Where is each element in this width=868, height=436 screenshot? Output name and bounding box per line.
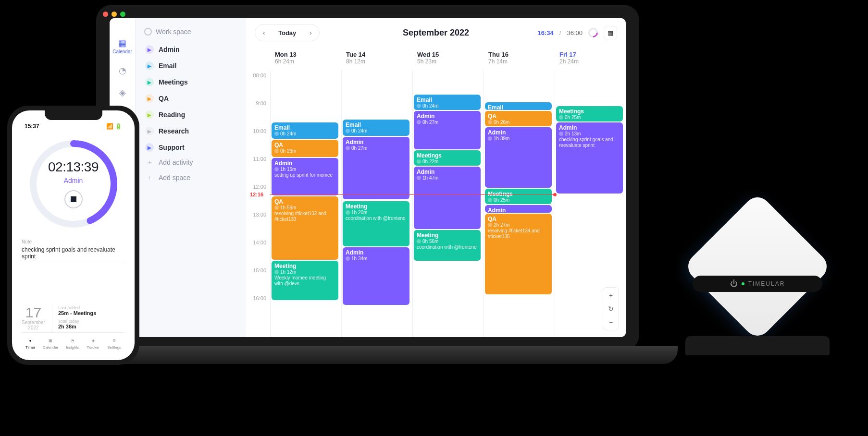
phone-notch [45, 110, 102, 120]
calendar-event[interactable]: QA2h 27mresolving #ticket134 and #ticket… [485, 214, 552, 294]
activity-label: Meetings [159, 78, 188, 86]
calendar-event[interactable]: Admin0h 27m [343, 137, 409, 199]
calendar-event[interactable]: Meeting0h 56mcoordination with @frontend [414, 230, 481, 261]
calendar-event[interactable]: Meetings0h 25m [556, 106, 623, 121]
timer-value: 02:13:39 [48, 159, 99, 175]
activity-reading[interactable]: Reading [141, 108, 240, 122]
tracker-icon: ◈ [89, 337, 97, 344]
calendar-event[interactable]: Email [485, 102, 552, 110]
now-indicator: 12:16 [270, 194, 555, 195]
calendar-event[interactable]: Admin [485, 205, 552, 213]
date-year: 2022 [22, 325, 45, 330]
calendar-event[interactable]: Meetings0h 25m [485, 189, 552, 204]
tab-tracker[interactable]: ◈Tracker [87, 337, 100, 350]
day-header[interactable]: Wed 155h 23m [412, 47, 484, 71]
tab-insights[interactable]: ◔Insights [66, 337, 79, 350]
settings-icon: ⚙ [111, 337, 118, 344]
zoom-reset-button[interactable]: ↻ [605, 303, 617, 315]
rail-insights[interactable]: ◔ [117, 65, 128, 76]
activity-email[interactable]: Email [141, 59, 240, 73]
activity-support[interactable]: Support [141, 140, 240, 155]
calendar-event[interactable]: Email0h 24m [272, 122, 338, 139]
zoom-controls: + ↻ − [603, 287, 619, 330]
rail-tracker[interactable]: ◈ [117, 87, 128, 98]
phone-status-bar: 15:37 📶 🔋 [20, 123, 127, 133]
tab-timer[interactable]: ●Timer [25, 337, 35, 350]
activity-label: QA [159, 95, 169, 102]
zoom-out-button[interactable]: − [605, 316, 617, 328]
today-button[interactable]: Today [273, 24, 302, 41]
stop-button[interactable] [64, 190, 83, 208]
day-header[interactable]: Fri 172h 24m [555, 47, 626, 71]
day-column[interactable]: Email0h 24mAdmin0h 27mMeetings0h 22mAdmi… [412, 71, 484, 337]
calendar-header: ‹ Today › September 2022 16:34 / 36:00 ▦ [246, 18, 626, 47]
note-input[interactable]: checking sprint goals and reevaluate spr… [22, 244, 125, 262]
prev-week-button[interactable]: ‹ [255, 24, 273, 41]
tab-calendar[interactable]: ▦Calendar [43, 337, 58, 350]
day-header[interactable]: Tue 148h 12m [341, 47, 412, 71]
time-label: 12:00 [253, 184, 266, 190]
clock-total: 36:00 [567, 29, 583, 36]
activity-meetings[interactable]: Meetings [141, 75, 240, 89]
calendar-event[interactable]: QA0h 26m [485, 111, 552, 126]
calendar-event[interactable]: QA0h 26m [272, 140, 338, 157]
calendar-event[interactable]: Email0h 24m [414, 95, 481, 110]
day-column[interactable]: Email0h 24mQA0h 26mAdmin1h 15msetting up… [270, 71, 341, 337]
time-label: 16:00 [253, 295, 266, 301]
add-space-button[interactable]: Add space [141, 170, 240, 185]
calendar-event[interactable]: Admin1h 15msetting up sprint for momee [272, 158, 338, 195]
rail-calendar[interactable]: ▦ Calendar [112, 37, 132, 54]
calendar-icon: ▦ [47, 337, 54, 344]
date-nav: ‹ Today › [255, 24, 320, 41]
phone-status-time: 15:37 [25, 123, 39, 130]
activity-label: Reading [159, 111, 185, 119]
activity-admin[interactable]: Admin [141, 42, 240, 57]
timer-activity: Admin [64, 177, 83, 184]
time-label: 15:00 [253, 267, 266, 273]
calendar-event[interactable]: Admin1h 34m [343, 247, 409, 305]
calendar-picker-button[interactable]: ▦ [604, 26, 617, 39]
calendar-body: 08:009:0010:0011:0012:0013:0014:0015:001… [246, 71, 626, 337]
workspace-heading[interactable]: Work space [141, 26, 240, 42]
date-summary: 17 September 2022 Last Added 25m - Meeti… [22, 305, 125, 332]
time-label: 08:00 [253, 73, 266, 78]
insights-icon: ◔ [69, 337, 76, 344]
add-activity-button[interactable]: Add activity [141, 155, 240, 170]
play-icon [145, 94, 154, 103]
tab-settings[interactable]: ⚙Settings [107, 337, 121, 350]
diamond-icon: ◈ [117, 87, 128, 98]
date-day: 17 [22, 305, 45, 320]
phone-app: 15:37 📶 🔋 02:13:39 Admin Note checking s… [12, 110, 135, 360]
time-label: 14:00 [253, 240, 266, 245]
calendar-event[interactable]: Meeting1h 20mcoordination with @frontend [343, 201, 409, 246]
app-window: ▦ Calendar ◔ ◈ Work space AdminEmailMeet… [110, 18, 626, 337]
calendar-event[interactable]: Admin1h 39m [485, 127, 552, 188]
phone-status-icons: 📶 🔋 [106, 123, 122, 130]
calendar-event[interactable]: Admin0h 27m [414, 111, 481, 149]
day-column[interactable]: Email0h 24mAdmin0h 27mMeeting1h 20mcoord… [341, 71, 412, 337]
calendar-event[interactable]: Admin2h 13mchecking sprint goals and ree… [556, 122, 623, 194]
note-label: Note [22, 239, 125, 244]
calendar-event[interactable]: Admin1h 47m [414, 167, 481, 229]
day-column[interactable]: EmailQA0h 26mAdmin1h 39mMeetings0h 25mAd… [484, 71, 555, 337]
activity-label: Email [159, 62, 176, 70]
day-header[interactable]: Mon 136h 24m [270, 47, 341, 71]
next-week-button[interactable]: › [302, 24, 319, 41]
play-icon [145, 143, 154, 152]
day-header[interactable]: Thu 167h 14m [484, 47, 555, 71]
tracker-base [685, 336, 830, 355]
timer-icon: ● [26, 337, 34, 344]
zoom-in-button[interactable]: + [605, 290, 617, 301]
calendar-event[interactable]: Meeting1h 12mWeekly momee meeting with @… [272, 261, 338, 300]
calendar-event[interactable]: Meetings0h 22m [414, 150, 481, 166]
time-label: 11:00 [253, 156, 266, 162]
tracker-device: ⏻ TIMEULAR [666, 182, 849, 355]
calendar-main: ‹ Today › September 2022 16:34 / 36:00 ▦… [246, 18, 626, 337]
activity-research[interactable]: Research [141, 124, 240, 138]
calendar-event[interactable]: QA1h 56mresolving #ticket132 and #ticket… [272, 196, 338, 260]
time-label: 13:00 [253, 212, 266, 218]
calendar-event[interactable]: Email0h 24m [343, 120, 409, 136]
activity-qa[interactable]: QA [141, 91, 240, 106]
time-column: 08:009:0010:0011:0012:0013:0014:0015:001… [246, 71, 270, 337]
activity-list: AdminEmailMeetingsQAReadingResearchSuppo… [141, 42, 240, 155]
